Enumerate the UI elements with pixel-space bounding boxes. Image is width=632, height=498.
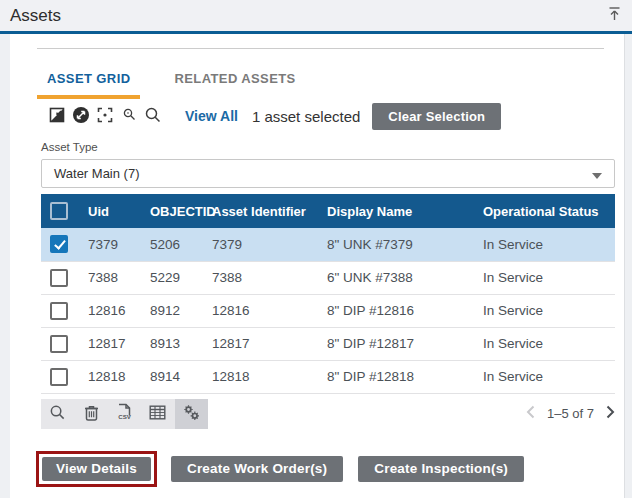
delete-icon — [84, 404, 99, 424]
flash-selection-button[interactable] — [45, 103, 69, 129]
row-checkbox[interactable] — [50, 302, 68, 320]
action-buttons: View Details Create Work Order(s) Create… — [36, 451, 604, 487]
cell-uid: 7379 — [80, 228, 142, 261]
pagination-range: 1–5 of 7 — [547, 406, 594, 421]
table-columns-icon — [149, 405, 166, 423]
tab-bar: ASSET GRID RELATED ASSETS — [37, 59, 604, 99]
panel-title: Assets — [10, 6, 61, 26]
row-checkbox[interactable] — [50, 368, 68, 386]
highlight-annotation: View Details — [36, 451, 157, 487]
asset-table: Uid OBJECTID Asset Identifier Display Na… — [41, 194, 615, 394]
collapse-up-icon — [607, 6, 622, 25]
settings-gears-icon — [183, 404, 200, 424]
selection-status-text: 1 asset selected — [252, 108, 360, 125]
cell-asset-identifier: 7388 — [204, 261, 319, 294]
chevron-down-icon — [592, 165, 602, 183]
create-work-orders-button[interactable]: Create Work Order(s) — [171, 456, 343, 482]
asset-type-label: Asset Type — [41, 141, 604, 153]
cell-objectid: 8914 — [142, 360, 204, 393]
search-icon — [49, 404, 66, 424]
tab-asset-grid[interactable]: ASSET GRID — [37, 59, 140, 99]
chevron-right-icon — [606, 405, 615, 422]
previous-page-button[interactable] — [526, 405, 535, 422]
settings-gears-button[interactable] — [175, 399, 208, 429]
delete-button[interactable] — [74, 399, 107, 429]
cell-display-name: 6" UNK #7388 — [319, 261, 475, 294]
view-details-button[interactable]: View Details — [42, 457, 151, 481]
row-checkbox[interactable] — [50, 335, 68, 353]
grid-search-button[interactable] — [41, 399, 74, 429]
table-row[interactable]: 12817 8913 12817 8" DIP #12817 In Servic… — [41, 327, 615, 360]
row-checkbox[interactable] — [50, 235, 68, 253]
top-separator — [37, 48, 604, 49]
column-header-display-name[interactable]: Display Name — [319, 194, 475, 228]
cell-display-name: 8" DIP #12817 — [319, 327, 475, 360]
cell-uid: 12816 — [80, 294, 142, 327]
grid-toolbar: CSV — [41, 399, 208, 429]
pan-to-selection-icon — [72, 106, 90, 127]
cell-objectid: 5206 — [142, 228, 204, 261]
create-inspections-button[interactable]: Create Inspection(s) — [358, 456, 524, 482]
cell-operational-status: In Service — [475, 360, 615, 393]
table-row[interactable]: 7388 5229 7388 6" UNK #7388 In Service — [41, 261, 615, 294]
cell-asset-identifier: 12816 — [204, 294, 319, 327]
zoom-to-selection-button[interactable] — [117, 103, 141, 129]
select-all-checkbox[interactable] — [50, 202, 68, 220]
table-columns-button[interactable] — [141, 399, 174, 429]
cell-objectid: 8912 — [142, 294, 204, 327]
cell-operational-status: In Service — [475, 327, 615, 360]
cell-objectid: 5229 — [142, 261, 204, 294]
row-checkbox[interactable] — [50, 269, 68, 287]
cell-uid: 12817 — [80, 327, 142, 360]
asset-type-dropdown[interactable]: Water Main (7) — [41, 159, 615, 188]
collapse-panel-button[interactable] — [605, 7, 623, 25]
cell-uid: 7388 — [80, 261, 142, 294]
selection-toolbar: View All 1 asset selected Clear Selectio… — [31, 101, 604, 131]
selection-tool-icons — [45, 103, 165, 129]
column-header-operational-status[interactable]: Operational Status — [475, 194, 615, 228]
table-header-row: Uid OBJECTID Asset Identifier Display Na… — [41, 194, 615, 228]
center-on-selection-button[interactable] — [93, 103, 117, 129]
cell-asset-identifier: 12817 — [204, 327, 319, 360]
column-header-asset-identifier[interactable]: Asset Identifier — [204, 194, 319, 228]
cell-operational-status: In Service — [475, 228, 615, 261]
panel-titlebar: Assets — [0, 0, 632, 31]
assets-panel: ASSET GRID RELATED ASSETS — [10, 34, 625, 498]
column-header-objectid[interactable]: OBJECTID — [142, 194, 204, 228]
asset-type-field: Asset Type Water Main (7) — [41, 141, 604, 188]
pagination: 1–5 of 7 — [526, 405, 615, 422]
table-row[interactable]: 7379 5206 7379 8" UNK #7379 In Service — [41, 228, 615, 261]
flash-selection-icon — [49, 107, 65, 126]
table-row[interactable]: 12818 8914 12818 8" DIP #12818 In Servic… — [41, 360, 615, 393]
tab-related-assets[interactable]: RELATED ASSETS — [164, 59, 305, 99]
grid-footer: CSV — [41, 399, 615, 429]
center-on-selection-icon — [97, 107, 113, 126]
export-csv-button[interactable]: CSV — [108, 399, 141, 429]
zoom-to-selection-icon — [122, 107, 137, 125]
cell-display-name: 8" DIP #12816 — [319, 294, 475, 327]
cell-operational-status: In Service — [475, 294, 615, 327]
cell-objectid: 8913 — [142, 327, 204, 360]
table-row[interactable]: 12816 8912 12816 8" DIP #12816 In Servic… — [41, 294, 615, 327]
cell-asset-identifier: 12818 — [204, 360, 319, 393]
next-page-button[interactable] — [606, 405, 615, 422]
svg-text:CSV: CSV — [119, 413, 133, 420]
cell-display-name: 8" UNK #7379 — [319, 228, 475, 261]
cell-uid: 12818 — [80, 360, 142, 393]
clear-selection-button[interactable]: Clear Selection — [372, 103, 501, 130]
cell-operational-status: In Service — [475, 261, 615, 294]
cell-asset-identifier: 7379 — [204, 228, 319, 261]
search-icon — [144, 106, 162, 127]
view-all-link[interactable]: View All — [185, 108, 238, 124]
cell-display-name: 8" DIP #12818 — [319, 360, 475, 393]
search-button[interactable] — [141, 103, 165, 129]
asset-type-value: Water Main (7) — [54, 166, 139, 181]
export-csv-icon: CSV — [116, 403, 132, 424]
pan-to-selection-button[interactable] — [69, 103, 93, 129]
column-header-uid[interactable]: Uid — [80, 194, 142, 228]
chevron-left-icon — [526, 405, 535, 422]
